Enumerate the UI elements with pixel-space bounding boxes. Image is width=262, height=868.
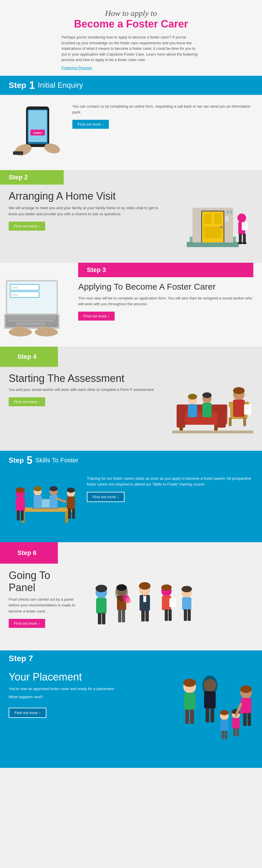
step4-title: Starting The Assessment: [9, 373, 167, 384]
step5-cta-button[interactable]: Find out more: [87, 492, 124, 502]
svg-rect-48: [7, 319, 11, 322]
svg-rect-50: [16, 319, 19, 322]
svg-rect-126: [122, 609, 125, 622]
step3-title: Applying To Become A Foster Carer: [78, 281, 253, 292]
step2-description: We will arrange to meet you and your fam…: [9, 205, 167, 217]
svg-rect-157: [206, 708, 209, 722]
svg-point-76: [233, 387, 244, 394]
svg-rect-163: [225, 731, 227, 739]
step3-cta-button[interactable]: Find out more: [78, 312, 115, 320]
svg-text:NAME: NAME: [11, 286, 18, 289]
svg-point-161: [220, 710, 229, 715]
svg-rect-147: [184, 609, 187, 621]
step1-content: SUBMIT You can contact us by completing …: [0, 95, 262, 170]
svg-rect-62: [13, 328, 16, 333]
svg-rect-68: [45, 327, 47, 332]
svg-point-101: [16, 487, 25, 493]
step6-title: Going To Panel: [9, 569, 78, 594]
step4-text: Starting The Assessment You and your soc…: [9, 373, 167, 406]
step2-text: Arranging A Home Visit We will arrange t…: [9, 190, 167, 230]
step1-cta-button[interactable]: Find out more: [72, 120, 109, 129]
step6-description: Final checks are carried out by a panel …: [9, 597, 78, 615]
step4-label: Step 4: [9, 350, 49, 363]
svg-rect-46: [48, 316, 51, 318]
step7-content: Your Placement You're now an approved fo…: [0, 666, 262, 759]
step3-banner: Step 3: [78, 263, 253, 277]
step7-section: Step 7 Your Placement You're now an appr…: [0, 650, 262, 768]
step1-title: Initial Enquiry: [38, 81, 83, 90]
fostering-process-link[interactable]: Fostering Process: [62, 66, 201, 70]
svg-rect-43: [35, 316, 39, 318]
step3-description: The next step will be to complete an app…: [78, 296, 253, 308]
svg-point-113: [67, 488, 75, 493]
step4-content: Starting The Assessment You and your soc…: [0, 367, 262, 442]
svg-rect-38: [15, 316, 19, 318]
svg-rect-108: [50, 495, 58, 508]
svg-point-146: [181, 586, 192, 592]
step1-banner: Step 1 Initial Enquiry: [0, 76, 262, 95]
svg-rect-95: [65, 511, 68, 523]
svg-rect-66: [38, 327, 40, 332]
step6-content: Going To Panel Final checks are carried …: [0, 564, 262, 642]
svg-rect-103: [21, 510, 24, 521]
svg-rect-85: [214, 425, 218, 431]
svg-rect-57: [44, 319, 48, 322]
step4-cta-button[interactable]: Find out more: [9, 397, 45, 406]
svg-rect-41: [27, 316, 31, 318]
family-illustration: [172, 670, 253, 756]
svg-rect-117: [96, 598, 107, 614]
laptop-illustration: NAME EMAIL: [0, 263, 69, 338]
step1-text: You can contact us by completing an onli…: [72, 101, 253, 129]
step3-label: Step 3: [87, 266, 106, 273]
svg-rect-36: [7, 316, 10, 318]
step1-section: Step 1 Initial Enquiry SUBMIT: [0, 76, 262, 170]
svg-rect-165: [232, 718, 240, 729]
step1-number: Step: [9, 81, 26, 90]
svg-rect-153: [190, 709, 194, 724]
svg-rect-102: [17, 510, 20, 521]
step1-description: You can contact us by completing an onli…: [72, 103, 253, 116]
step1-numeral: 1: [29, 79, 35, 91]
step7-banner: Step 7: [0, 650, 262, 666]
step4-description: You and your social worker will work wit…: [9, 387, 167, 393]
step6-section: Step 6 Going To Panel Final checks are c…: [0, 542, 262, 650]
step3-inner: NAME EMAIL: [0, 263, 262, 338]
panel-illustration: [84, 569, 262, 642]
svg-rect-145: [182, 597, 192, 610]
step7-label: Step 7: [9, 654, 253, 663]
svg-rect-59: [16, 322, 45, 325]
svg-rect-65: [22, 327, 24, 332]
svg-rect-67: [41, 326, 43, 332]
svg-rect-47: [52, 316, 56, 318]
svg-point-109: [50, 486, 58, 491]
svg-rect-152: [185, 709, 189, 724]
svg-rect-175: [243, 713, 246, 726]
svg-rect-9: [187, 242, 239, 247]
svg-rect-42: [31, 316, 35, 318]
svg-rect-14: [214, 214, 222, 224]
step6-cta-button[interactable]: Find out more: [9, 619, 45, 628]
step6-banner: Step 6: [0, 542, 58, 564]
step2-cta-button[interactable]: Find out more: [9, 222, 45, 230]
svg-point-156: [202, 675, 217, 695]
svg-rect-139: [169, 598, 176, 607]
svg-rect-150: [184, 693, 196, 710]
step7-title: Your Placement: [9, 671, 167, 683]
svg-rect-15: [204, 226, 222, 238]
svg-rect-13: [204, 214, 211, 224]
phone-illustration: SUBMIT: [9, 101, 66, 164]
step5-numeral: 5: [27, 454, 32, 466]
svg-point-138: [161, 585, 172, 591]
svg-rect-55: [36, 319, 39, 322]
step7-cta-button[interactable]: Find out more: [9, 708, 46, 718]
svg-rect-40: [23, 316, 27, 318]
svg-rect-53: [28, 319, 31, 322]
svg-rect-158: [210, 708, 214, 722]
svg-rect-20: [242, 222, 248, 230]
svg-point-26: [242, 242, 246, 244]
svg-rect-63: [16, 327, 18, 332]
step5-label: Step: [9, 456, 24, 464]
svg-rect-54: [32, 319, 35, 322]
step7-description2: What happens next?: [9, 694, 167, 700]
svg-rect-84: [179, 425, 183, 431]
